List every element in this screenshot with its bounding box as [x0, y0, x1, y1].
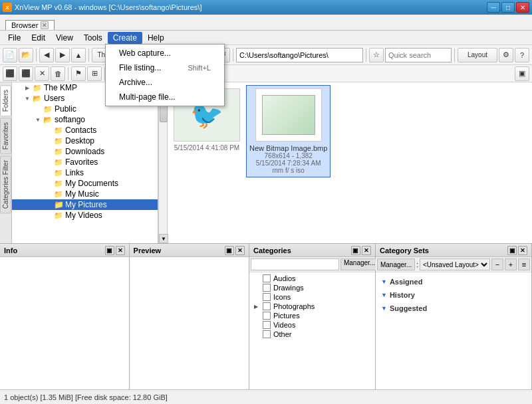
tree-item-mymusic[interactable]: My Music	[12, 189, 158, 199]
catset-suggested-label: Suggested	[390, 304, 427, 312]
titlebar-controls[interactable]: ─ □ ✕	[487, 2, 529, 13]
tb-new-button[interactable]: 📄	[3, 48, 17, 62]
filter-btn2[interactable]: ⬛	[19, 66, 33, 81]
filter-btn3[interactable]: ✕	[35, 66, 49, 81]
filter-grid[interactable]: ⊞	[87, 66, 102, 81]
cat-checkbox-icons[interactable]	[263, 293, 271, 301]
tree-arrow	[44, 179, 53, 188]
catset-suggested-header[interactable]: ▼ Suggested	[381, 303, 526, 314]
cat-expand-photographs[interactable]: ▶	[252, 302, 260, 310]
folder-icon: 📁	[53, 200, 64, 209]
tree-item-favorites[interactable]: Favorites	[12, 157, 158, 167]
tb-forward-button[interactable]: ▶	[55, 48, 70, 62]
catsets-layout-select[interactable]: <Unsaved Layout>	[420, 258, 490, 270]
menu-archive[interactable]: Archive...	[106, 75, 224, 90]
tree-arrow[interactable]	[33, 115, 43, 124]
path-bar[interactable]: C:\Users\softango\Pictures\	[236, 48, 363, 62]
catset-history-header[interactable]: ▼ History	[381, 290, 526, 300]
tree-label: The KMP	[44, 83, 77, 92]
maximize-button[interactable]: □	[501, 2, 515, 13]
menu-view[interactable]: View	[51, 32, 78, 44]
filter-sep1	[68, 67, 68, 80]
folder-icon	[43, 104, 53, 114]
tree-label: Desktop	[65, 136, 94, 146]
cat-checkbox-drawings[interactable]	[263, 284, 271, 292]
menu-web-capture[interactable]: Web capture...	[106, 46, 224, 60]
close-button[interactable]: ✕	[516, 2, 529, 13]
cat-item-other[interactable]: Other	[251, 330, 374, 339]
catsets-minus-btn[interactable]: −	[491, 258, 503, 270]
filter-delete[interactable]: 🗑	[51, 66, 65, 81]
catsets-manager-btn[interactable]: Manager...	[377, 258, 415, 270]
catsets-restore-btn[interactable]: ▣	[507, 246, 517, 255]
tree-item-links[interactable]: Links	[12, 167, 158, 178]
tree-item-contacts[interactable]: Contacts	[12, 125, 158, 136]
scroll-down-arrow[interactable]: ▼	[159, 234, 168, 243]
tree-label: Links	[65, 168, 84, 177]
cat-label-pictures: Pictures	[273, 312, 300, 320]
categories-close-btn[interactable]: ✕	[362, 246, 371, 255]
catsets-close-btn[interactable]: ✕	[518, 246, 527, 255]
search-input[interactable]	[385, 48, 452, 62]
menu-create[interactable]: Create	[108, 32, 142, 44]
catset-assigned-label: Assigned	[390, 278, 423, 286]
tree-scrollbar[interactable]: ▲ ▼	[158, 82, 168, 243]
cat-item-photographs[interactable]: ▶ Photographs	[251, 302, 374, 311]
cat-checkbox-photographs[interactable]	[263, 302, 271, 310]
sidebar-tab-folders[interactable]: Folders	[0, 85, 11, 116]
tree-arrow	[44, 189, 53, 199]
menu-help[interactable]: Help	[142, 32, 170, 44]
sidebar-tab-categories-filter[interactable]: Categories Filter	[0, 155, 11, 213]
catset-suggested-arrow: ▼	[381, 305, 387, 312]
catsets-dots-btn[interactable]: ≡	[518, 258, 530, 270]
menu-multipage[interactable]: Multi-page file...	[106, 90, 224, 104]
categories-manager-btn[interactable]: Manager...	[340, 258, 378, 270]
menu-edit[interactable]: Edit	[26, 32, 51, 44]
filter-scroll[interactable]: ▣	[515, 66, 529, 81]
menu-file-listing[interactable]: File listing... Shift+L	[106, 60, 224, 75]
cat-checkbox-pictures[interactable]	[263, 312, 271, 320]
main-workspace: Folders Favorites Categories Filter The …	[0, 82, 532, 243]
tree-item-myvideos[interactable]: My Videos	[12, 210, 158, 221]
categories-search-input[interactable]	[251, 258, 339, 270]
catset-assigned-header[interactable]: ▼ Assigned	[381, 276, 526, 287]
minimize-button[interactable]: ─	[487, 2, 500, 13]
cat-checkbox-audios[interactable]	[263, 274, 271, 282]
cat-item-videos[interactable]: Videos	[251, 320, 374, 330]
tree-arrow[interactable]	[23, 94, 32, 103]
tree-arrow[interactable]	[23, 83, 32, 92]
tb-up-button[interactable]: ▲	[71, 48, 86, 62]
cat-checkbox-other[interactable]	[263, 330, 271, 338]
catsets-plus-btn[interactable]: +	[505, 258, 517, 270]
cat-item-audios[interactable]: Audios	[251, 274, 374, 283]
tree-item-desktop[interactable]: Desktop	[12, 136, 158, 146]
info-restore-btn[interactable]: ▣	[105, 246, 114, 255]
cat-item-icons[interactable]: Icons	[251, 292, 374, 302]
categories-restore-btn[interactable]: ▣	[351, 246, 360, 255]
menu-tools[interactable]: Tools	[78, 32, 108, 44]
tree-item-mypictures[interactable]: 📁 My Pictures	[12, 199, 158, 210]
menu-file[interactable]: File	[3, 32, 26, 44]
tb-open-button[interactable]: 📂	[19, 48, 33, 62]
tb-layout-button[interactable]: Layout	[458, 48, 497, 62]
thumb-item-bitmap[interactable]: New Bitmap Image.bmp 768x614 - 1,382 5/1…	[246, 85, 331, 177]
cat-item-drawings[interactable]: Drawings	[251, 283, 374, 292]
tb-back-button[interactable]: ◀	[39, 48, 54, 62]
info-close-btn[interactable]: ✕	[116, 246, 125, 255]
tb-help-button[interactable]: ?	[515, 48, 529, 62]
tree-item-softango[interactable]: softango	[12, 114, 158, 125]
sidebar-tab-favorites[interactable]: Favorites	[0, 118, 11, 154]
filter-flag[interactable]: ⚑	[71, 66, 86, 81]
preview-close-btn[interactable]: ✕	[235, 246, 245, 255]
browser-tab[interactable]: Browser ✕	[5, 20, 55, 30]
tree-item-downloads[interactable]: Downloads	[12, 146, 158, 157]
tree-item-mydocuments[interactable]: My Documents	[12, 178, 158, 189]
filter-btn1[interactable]: ⬛	[3, 66, 17, 81]
tb-settings-button[interactable]: ⚙	[499, 48, 513, 62]
browser-tab-close[interactable]: ✕	[41, 21, 49, 29]
tb-star-button[interactable]: ☆	[369, 48, 384, 62]
cat-expand-pictures	[252, 312, 260, 320]
preview-restore-btn[interactable]: ▣	[225, 246, 234, 255]
cat-checkbox-videos[interactable]	[263, 321, 271, 329]
cat-item-pictures[interactable]: Pictures	[251, 311, 374, 320]
